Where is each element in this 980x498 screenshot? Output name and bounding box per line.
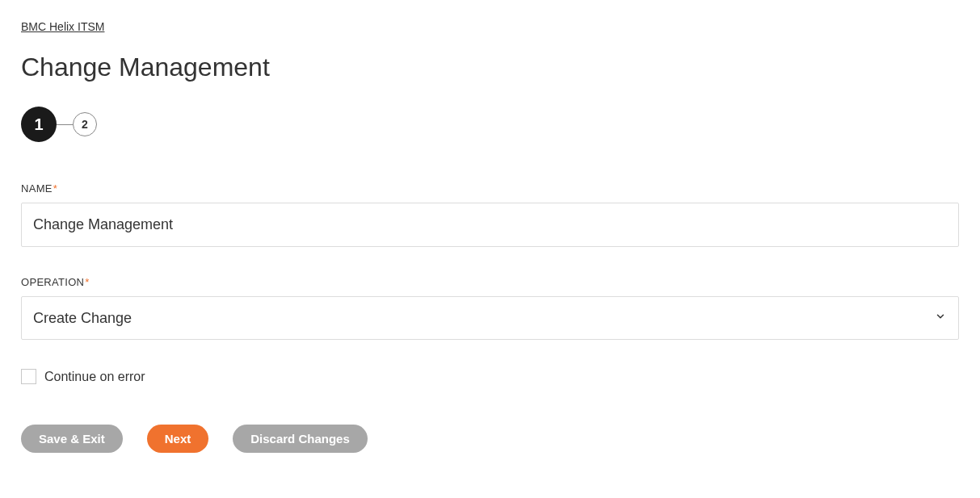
step-connector — [57, 124, 73, 125]
step-2[interactable]: 2 — [73, 112, 97, 136]
button-row: Save & Exit Next Discard Changes — [21, 425, 959, 453]
step-1[interactable]: 1 — [21, 107, 57, 142]
discard-changes-button[interactable]: Discard Changes — [233, 425, 368, 453]
required-star-icon: * — [53, 182, 57, 195]
required-star-icon: * — [85, 276, 89, 288]
name-label-text: NAME — [21, 182, 53, 195]
operation-field-group: OPERATION* Create Change — [21, 276, 959, 340]
stepper: 1 2 — [21, 107, 959, 142]
operation-label-text: OPERATION — [21, 276, 84, 288]
page-title: Change Management — [21, 52, 959, 82]
name-input[interactable] — [21, 203, 959, 247]
name-label: NAME* — [21, 182, 959, 195]
continue-on-error-checkbox[interactable] — [21, 369, 36, 384]
operation-label: OPERATION* — [21, 276, 959, 288]
operation-select[interactable]: Create Change — [21, 296, 959, 340]
continue-on-error-label: Continue on error — [44, 370, 145, 384]
name-field-group: NAME* — [21, 182, 959, 247]
next-button[interactable]: Next — [147, 425, 209, 453]
save-exit-button[interactable]: Save & Exit — [21, 425, 123, 453]
continue-on-error-row: Continue on error — [21, 369, 959, 384]
breadcrumb[interactable]: BMC Helix ITSM — [21, 20, 104, 33]
